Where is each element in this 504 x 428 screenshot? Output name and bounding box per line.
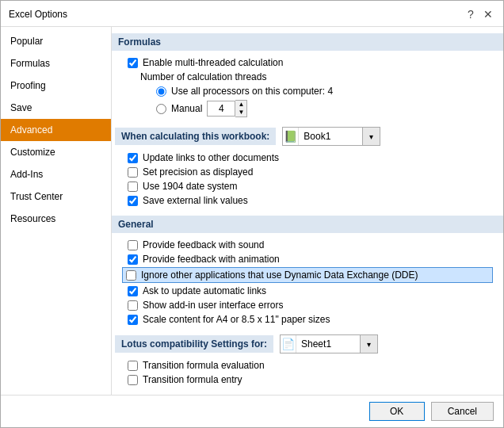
scale-content-checkbox[interactable] [128, 315, 138, 325]
feedback-animation-row: Provide feedback with animation [124, 254, 491, 265]
show-addins-label[interactable]: Show add-in user interface errors [143, 300, 283, 311]
update-links-row: Update links to other documents [124, 152, 491, 163]
transition-eval-label[interactable]: Transition formula evaluation [143, 360, 265, 371]
title-controls: ? ✕ [464, 7, 495, 21]
num-threads-label: Number of calculation threads [140, 71, 491, 82]
spin-buttons: ▲ ▼ [235, 100, 247, 117]
use-all-processors-radio[interactable] [156, 86, 166, 97]
transition-entry-row: Transition formula entry [124, 374, 491, 385]
when-calculating-section: When calculating this workbook: 📗 Book1 … [124, 127, 491, 206]
sidebar-item-proofing[interactable]: Proofing [1, 75, 111, 97]
dialog-body: Popular Formulas Proofing Save Advanced … [1, 27, 503, 395]
ask-update-row: Ask to update automatic links [124, 285, 491, 296]
manual-threads-input[interactable] [207, 101, 235, 117]
feedback-sound-label[interactable]: Provide feedback with sound [143, 239, 264, 250]
workbook-row: When calculating this workbook: 📗 Book1 … [124, 127, 491, 146]
sidebar-item-trust[interactable]: Trust Center [1, 185, 111, 208]
sidebar: Popular Formulas Proofing Save Advanced … [1, 27, 112, 395]
save-external-checkbox[interactable] [128, 196, 138, 206]
formulas-section: Formulas Enable multi-threaded calculati… [124, 33, 491, 117]
enable-multithreaded-label[interactable]: Enable multi-threaded calculation [143, 57, 283, 68]
show-addins-row: Show add-in user interface errors [124, 300, 491, 311]
help-button[interactable]: ? [464, 7, 478, 21]
manual-threads-row: Manual ▲ ▼ [140, 100, 491, 117]
workbook-dropdown[interactable]: 📗 Book1 ▾ [282, 127, 380, 146]
when-calculating-header: When calculating this workbook: [115, 128, 276, 145]
show-addins-checkbox[interactable] [128, 300, 138, 311]
spin-down-button[interactable]: ▼ [235, 109, 246, 117]
sidebar-item-addins[interactable]: Add-Ins [1, 163, 111, 185]
transition-eval-checkbox[interactable] [128, 361, 138, 371]
close-button[interactable]: ✕ [481, 7, 495, 21]
transition-entry-label[interactable]: Transition formula entry [143, 374, 242, 385]
ignore-dde-checkbox[interactable] [126, 270, 136, 281]
feedback-animation-checkbox[interactable] [128, 254, 138, 265]
set-precision-checkbox[interactable] [128, 167, 138, 178]
use-1904-label[interactable]: Use 1904 date system [143, 181, 237, 192]
use-1904-checkbox[interactable] [128, 182, 138, 192]
save-external-label[interactable]: Save external link values [143, 195, 248, 206]
update-links-label[interactable]: Update links to other documents [143, 152, 279, 163]
calc-threads-area: Number of calculation threads Use all pr… [124, 71, 491, 117]
ignore-dde-label[interactable]: Ignore other applications that use Dynam… [141, 269, 418, 281]
lotus-header: Lotus compatibility Settings for: [115, 335, 273, 353]
feedback-sound-checkbox[interactable] [128, 240, 138, 250]
manual-num-wrap: ▲ ▼ [207, 100, 247, 117]
title-bar: Excel Options ? ✕ [1, 1, 503, 27]
workbook-dropdown-arrow[interactable]: ▾ [362, 128, 380, 145]
update-links-checkbox[interactable] [128, 153, 138, 163]
sidebar-item-customize[interactable]: Customize [1, 141, 111, 163]
lotus-sheet-name: Sheet1 [296, 337, 360, 351]
manual-input-wrap: ▲ ▼ [207, 100, 247, 117]
use-1904-row: Use 1904 date system [124, 181, 491, 192]
sidebar-item-advanced[interactable]: Advanced [1, 119, 111, 141]
ask-update-checkbox[interactable] [128, 286, 138, 296]
enable-multithreaded-row: Enable multi-threaded calculation [124, 57, 491, 68]
lotus-section: Lotus compatibility Settings for: 📄 Shee… [124, 334, 491, 385]
sidebar-item-formulas[interactable]: Formulas [1, 52, 111, 75]
save-external-row: Save external link values [124, 195, 491, 206]
ignore-dde-row: Ignore other applications that use Dynam… [123, 268, 492, 282]
set-precision-row: Set precision as displayed [124, 166, 491, 178]
ok-button[interactable]: OK [369, 402, 425, 421]
sheet-icon: 📄 [281, 335, 296, 353]
general-section: General Provide feedback with sound Prov… [124, 216, 491, 325]
sidebar-item-popular[interactable]: Popular [1, 30, 111, 52]
sidebar-item-save[interactable]: Save [1, 97, 111, 119]
scale-content-row: Scale content for A4 or 8.5 x 11" paper … [124, 314, 491, 325]
use-all-processors-label[interactable]: Use all processors on this computer: 4 [171, 86, 333, 97]
feedback-sound-row: Provide feedback with sound [124, 239, 491, 250]
ask-update-label[interactable]: Ask to update automatic links [143, 285, 266, 296]
transition-entry-checkbox[interactable] [128, 375, 138, 385]
scale-content-label[interactable]: Scale content for A4 or 8.5 x 11" paper … [143, 314, 330, 325]
cancel-button[interactable]: Cancel [431, 402, 494, 421]
lotus-row: Lotus compatibility Settings for: 📄 Shee… [124, 334, 491, 353]
manual-label[interactable]: Manual [171, 103, 202, 114]
formulas-section-header: Formulas [112, 33, 503, 51]
set-precision-label[interactable]: Set precision as displayed [143, 166, 253, 178]
lotus-dropdown[interactable]: 📄 Sheet1 ▾ [280, 334, 378, 353]
excel-options-dialog: Excel Options ? ✕ Popular Formulas Proof… [0, 0, 504, 428]
use-all-processors-row: Use all processors on this computer: 4 [140, 86, 491, 97]
content-area: Formulas Enable multi-threaded calculati… [112, 27, 503, 395]
general-section-header: General [112, 216, 503, 233]
dialog-title: Excel Options [9, 9, 67, 20]
lotus-dropdown-arrow[interactable]: ▾ [360, 335, 377, 353]
transition-eval-row: Transition formula evaluation [124, 360, 491, 371]
dialog-footer: OK Cancel [1, 395, 503, 427]
sidebar-item-resources[interactable]: Resources [1, 208, 111, 230]
workbook-icon: 📗 [283, 128, 299, 145]
feedback-animation-label[interactable]: Provide feedback with animation [143, 254, 280, 265]
manual-threads-radio[interactable] [156, 104, 166, 114]
workbook-name: Book1 [299, 129, 362, 143]
enable-multithreaded-checkbox[interactable] [128, 58, 138, 68]
spin-up-button[interactable]: ▲ [235, 101, 246, 109]
